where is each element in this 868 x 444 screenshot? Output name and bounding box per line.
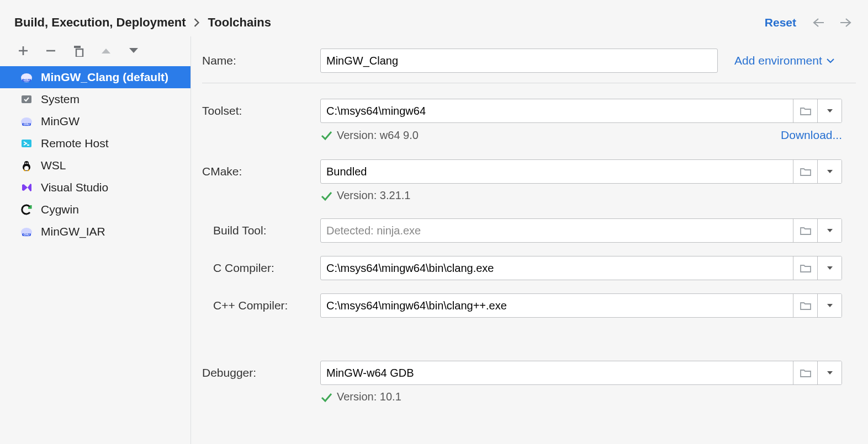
toolchain-details: Name: Add environment Toolset: bbox=[191, 36, 868, 444]
toolchain-item-mingw-clang[interactable]: GNU MinGW_Clang (default) bbox=[0, 66, 190, 88]
toolchain-item-mingw-iar[interactable]: GNU MinGW_IAR bbox=[0, 221, 190, 243]
header-actions: Reset bbox=[765, 15, 854, 30]
buildtool-row: Build Tool: bbox=[202, 218, 856, 243]
nav-back-icon[interactable] bbox=[811, 15, 826, 30]
browse-folder-icon[interactable] bbox=[793, 160, 817, 183]
cpp-compiler-field bbox=[320, 293, 842, 318]
check-icon bbox=[320, 190, 332, 202]
svg-text:GNU: GNU bbox=[23, 233, 30, 236]
svg-rect-0 bbox=[74, 46, 81, 48]
cygwin-icon bbox=[20, 203, 33, 216]
c-compiler-label: C Compiler: bbox=[202, 261, 314, 275]
system-icon bbox=[20, 93, 33, 106]
dropdown-icon[interactable] bbox=[817, 361, 841, 384]
name-row: Name: Add environment bbox=[202, 43, 856, 79]
check-icon bbox=[320, 391, 332, 403]
browse-folder-icon[interactable] bbox=[793, 294, 817, 317]
dropdown-icon[interactable] bbox=[817, 99, 841, 122]
cpp-compiler-input[interactable] bbox=[321, 294, 793, 317]
toolset-status-row: Version: w64 9.0 Download... bbox=[320, 129, 842, 142]
remote-icon bbox=[20, 137, 33, 150]
toolchain-item-system[interactable]: System bbox=[0, 88, 190, 110]
browse-folder-icon[interactable] bbox=[793, 361, 817, 384]
name-input[interactable] bbox=[320, 49, 718, 73]
buildtool-label: Build Tool: bbox=[202, 224, 314, 237]
svg-point-13 bbox=[25, 163, 27, 164]
browse-folder-icon[interactable] bbox=[793, 99, 817, 122]
cmake-status: Version: 3.21.1 bbox=[320, 189, 856, 202]
dropdown-icon[interactable] bbox=[817, 160, 841, 183]
cmake-label: CMake: bbox=[202, 165, 314, 178]
debugger-input[interactable] bbox=[321, 361, 793, 384]
sidebar-tools bbox=[0, 44, 190, 66]
toolchain-item-label: MinGW bbox=[41, 115, 80, 128]
cmake-row: CMake: bbox=[202, 159, 856, 184]
dropdown-icon[interactable] bbox=[817, 256, 841, 280]
toolchain-item-wsl[interactable]: WSL bbox=[0, 154, 190, 176]
toolset-row: Toolset: bbox=[202, 99, 856, 123]
c-compiler-row: C Compiler: bbox=[202, 256, 856, 280]
nav-arrows bbox=[811, 15, 854, 30]
name-label: Name: bbox=[202, 54, 314, 67]
cmake-input[interactable] bbox=[321, 160, 793, 183]
toolchain-item-visual-studio[interactable]: Visual Studio bbox=[0, 176, 190, 199]
gnu-icon: GNU bbox=[20, 71, 33, 84]
nav-forward-icon[interactable] bbox=[838, 15, 854, 30]
cmake-version: Version: 3.21.1 bbox=[337, 189, 410, 202]
toolset-input[interactable] bbox=[321, 99, 793, 122]
toolchain-item-label: WSL bbox=[41, 159, 66, 172]
toolchain-item-label: Remote Host bbox=[41, 137, 109, 150]
debugger-label: Debugger: bbox=[202, 366, 314, 379]
settings-header: Build, Execution, Deployment Toolchains … bbox=[0, 0, 868, 36]
dropdown-icon[interactable] bbox=[817, 219, 841, 242]
toolchain-item-label: MinGW_Clang (default) bbox=[41, 71, 168, 84]
reset-link[interactable]: Reset bbox=[765, 16, 796, 29]
move-down-icon[interactable] bbox=[127, 44, 140, 57]
toolset-version: Version: w64 9.0 bbox=[337, 129, 419, 142]
body: GNU MinGW_Clang (default) System GNU Min… bbox=[0, 36, 868, 444]
c-compiler-field bbox=[320, 256, 842, 280]
toolset-status: Version: w64 9.0 bbox=[320, 129, 419, 142]
gnu-icon: GNU bbox=[20, 225, 33, 238]
remove-icon[interactable] bbox=[44, 44, 57, 57]
breadcrumb-current: Toolchains bbox=[208, 15, 271, 30]
divider bbox=[202, 83, 856, 83]
debugger-status: Version: 10.1 bbox=[320, 390, 856, 403]
toolchain-sidebar: GNU MinGW_Clang (default) System GNU Min… bbox=[0, 36, 191, 444]
toolchain-item-cygwin[interactable]: Cygwin bbox=[0, 199, 190, 221]
copy-icon[interactable] bbox=[72, 44, 85, 57]
add-environment-label: Add environment bbox=[734, 54, 822, 67]
toolchain-item-label: Visual Studio bbox=[41, 181, 108, 194]
tux-icon bbox=[20, 159, 33, 172]
check-icon bbox=[320, 129, 332, 141]
toolchain-item-mingw[interactable]: GNU MinGW bbox=[0, 110, 190, 132]
debugger-version: Version: 10.1 bbox=[337, 390, 401, 403]
cmake-field bbox=[320, 159, 842, 184]
toolchain-item-label: MinGW_IAR bbox=[41, 225, 105, 238]
dropdown-icon[interactable] bbox=[817, 294, 841, 317]
svg-point-14 bbox=[27, 163, 28, 164]
svg-point-12 bbox=[24, 161, 29, 165]
add-icon[interactable] bbox=[17, 44, 30, 57]
gnu-icon: GNU bbox=[20, 115, 33, 128]
browse-folder-icon[interactable] bbox=[793, 219, 817, 242]
c-compiler-input[interactable] bbox=[321, 256, 793, 280]
toolchain-item-remote-host[interactable]: Remote Host bbox=[0, 132, 190, 154]
cpp-compiler-label: C++ Compiler: bbox=[202, 299, 314, 312]
toolchain-item-label: System bbox=[41, 93, 80, 106]
breadcrumb: Build, Execution, Deployment Toolchains bbox=[14, 15, 271, 30]
move-up-icon[interactable] bbox=[99, 44, 113, 57]
buildtool-field bbox=[320, 218, 842, 243]
toolset-label: Toolset: bbox=[202, 104, 314, 117]
toolset-field bbox=[320, 99, 842, 123]
breadcrumb-separator-icon bbox=[193, 18, 200, 27]
svg-text:GNU: GNU bbox=[23, 78, 30, 82]
buildtool-input[interactable] bbox=[321, 219, 793, 242]
breadcrumb-parent[interactable]: Build, Execution, Deployment bbox=[14, 15, 186, 30]
debugger-field bbox=[320, 361, 842, 385]
download-link[interactable]: Download... bbox=[781, 129, 842, 142]
add-environment-link[interactable]: Add environment bbox=[734, 54, 834, 67]
svg-text:GNU: GNU bbox=[23, 122, 30, 126]
browse-folder-icon[interactable] bbox=[793, 256, 817, 280]
svg-rect-5 bbox=[22, 95, 31, 103]
